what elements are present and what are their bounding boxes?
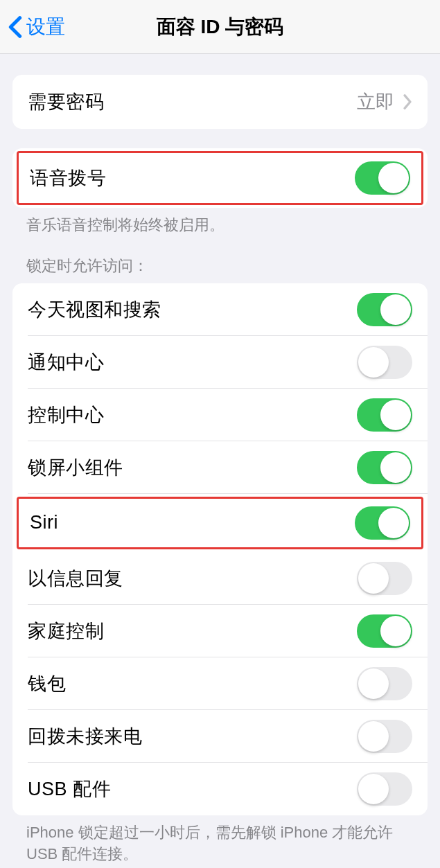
notification-center-label: 通知中心: [28, 350, 104, 375]
toggle-knob: [378, 163, 409, 193]
content-area: 需要密码 立即 语音拨号 音乐语音控制将始终被启用。 锁定时允许访问：: [0, 75, 440, 865]
voice-dial-toggle[interactable]: [355, 161, 410, 195]
today-view-toggle[interactable]: [357, 293, 412, 326]
reply-message-row: 以信息回复: [12, 552, 428, 605]
toggle-knob: [380, 452, 411, 483]
wallet-toggle[interactable]: [357, 667, 412, 700]
chevron-right-icon: [403, 94, 412, 110]
toggle-knob: [380, 400, 411, 430]
control-center-toggle[interactable]: [357, 398, 412, 432]
notification-center-row: 通知中心: [12, 336, 428, 389]
siri-label: Siri: [30, 512, 58, 533]
control-center-row: 控制中心: [12, 389, 428, 441]
lockscreen-header: 锁定时允许访问：: [0, 256, 440, 283]
siri-row: Siri: [17, 497, 423, 549]
passcode-group: 需要密码 立即: [0, 75, 440, 129]
toggle-knob: [358, 347, 389, 378]
usb-accessories-label: USB 配件: [28, 777, 111, 801]
lockscreen-footer: iPhone 锁定超过一小时后，需先解锁 iPhone 才能允许USB 配件连接…: [0, 815, 440, 865]
toggle-knob: [358, 774, 389, 804]
back-label: 设置: [26, 14, 65, 40]
require-passcode-label: 需要密码: [28, 89, 104, 114]
home-control-row: 家庭控制: [12, 605, 428, 657]
require-passcode-value: 立即: [357, 89, 394, 114]
callback-toggle[interactable]: [357, 720, 412, 753]
home-control-label: 家庭控制: [28, 619, 104, 644]
usb-accessories-toggle[interactable]: [357, 772, 412, 806]
today-view-label: 今天视图和搜索: [28, 297, 161, 322]
callback-row: 回拨未接来电: [12, 710, 428, 763]
require-passcode-row[interactable]: 需要密码 立即: [12, 75, 428, 129]
reply-message-label: 以信息回复: [28, 566, 123, 591]
toggle-knob: [358, 563, 389, 594]
reply-message-toggle[interactable]: [357, 562, 412, 595]
lock-widgets-row: 锁屏小组件: [12, 441, 428, 494]
wallet-label: 钱包: [28, 671, 66, 696]
navigation-bar: 设置 面容 ID 与密码: [0, 0, 440, 54]
back-button[interactable]: 设置: [0, 0, 83, 53]
callback-label: 回拨未接来电: [28, 724, 142, 749]
notification-center-toggle[interactable]: [357, 346, 412, 379]
voice-dial-row: 语音拨号: [17, 151, 423, 205]
chevron-left-icon: [8, 15, 22, 39]
lock-widgets-label: 锁屏小组件: [28, 455, 123, 480]
today-view-row: 今天视图和搜索: [12, 283, 428, 336]
lockscreen-access-group: 锁定时允许访问： 今天视图和搜索 通知中心 控制中心: [0, 256, 440, 865]
toggle-knob: [358, 668, 389, 699]
wallet-row: 钱包: [12, 657, 428, 710]
toggle-knob: [380, 294, 411, 325]
siri-toggle[interactable]: [355, 506, 410, 540]
home-control-toggle[interactable]: [357, 614, 412, 648]
voice-dial-label: 语音拨号: [30, 166, 106, 191]
voice-dial-footer: 音乐语音控制将始终被启用。: [0, 208, 440, 236]
toggle-knob: [358, 721, 389, 752]
toggle-knob: [380, 616, 411, 646]
voice-dial-group: 语音拨号 音乐语音控制将始终被启用。: [0, 148, 440, 236]
lock-widgets-toggle[interactable]: [357, 451, 412, 484]
usb-accessories-row: USB 配件: [12, 763, 428, 815]
toggle-knob: [378, 508, 409, 538]
control-center-label: 控制中心: [28, 402, 104, 427]
